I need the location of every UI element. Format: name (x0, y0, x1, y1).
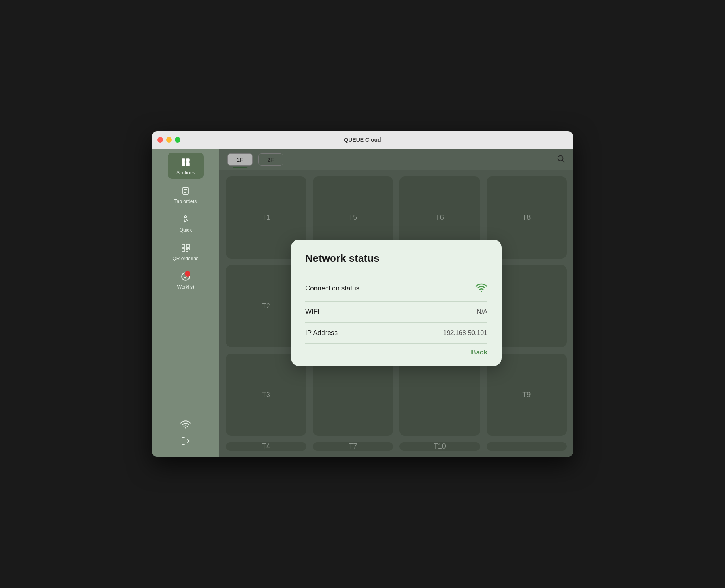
worklist-badge (185, 271, 190, 277)
main-content: 1F 2F T1 T5 T6 T8 T2 T3 (219, 149, 573, 457)
logout-icon[interactable] (179, 435, 192, 447)
doc-icon (179, 184, 192, 197)
svg-rect-10 (186, 244, 189, 247)
quick-label: Quick (180, 227, 192, 233)
svg-rect-1 (186, 158, 190, 162)
worklist-label: Worklist (177, 284, 194, 290)
tab-orders-label: Tab orders (174, 199, 197, 204)
wifi-row: WIFI N/A (305, 302, 487, 323)
svg-rect-9 (182, 244, 185, 247)
sidebar-item-tab-orders[interactable]: Tab orders (168, 181, 204, 207)
traffic-lights (157, 137, 180, 143)
sidebar-item-quick[interactable]: Quick (168, 210, 204, 236)
ip-address-label: IP Address (305, 329, 338, 337)
qr-ordering-label: QR ordering (173, 256, 198, 261)
modal-footer: Back (305, 344, 487, 356)
back-button[interactable]: Back (471, 348, 487, 356)
svg-rect-0 (182, 158, 185, 162)
connection-status-row: Connection status (305, 276, 487, 302)
window-title: QUEUE Cloud (344, 137, 381, 143)
sections-label: Sections (176, 170, 195, 176)
ip-address-value: 192.168.50.101 (443, 329, 487, 337)
app-body: Sections Tab orders (152, 149, 573, 457)
svg-rect-2 (182, 162, 185, 166)
sidebar-item-qr-ordering[interactable]: QR ordering (168, 238, 204, 265)
maximize-button[interactable] (175, 137, 180, 143)
wifi-status-icon[interactable] (179, 418, 192, 431)
close-button[interactable] (157, 137, 163, 143)
titlebar: QUEUE Cloud (152, 131, 573, 149)
svg-rect-11 (182, 249, 185, 251)
grid-icon (179, 156, 192, 168)
wifi-value: N/A (477, 308, 487, 315)
svg-rect-4 (183, 187, 188, 194)
ip-address-row: IP Address 192.168.50.101 (305, 323, 487, 344)
sidebar-item-sections[interactable]: Sections (168, 153, 204, 179)
svg-rect-3 (186, 162, 190, 166)
modal-overlay: Network status Connection status (219, 149, 573, 457)
svg-point-17 (481, 291, 482, 292)
network-status-modal: Network status Connection status (291, 240, 502, 366)
qr-icon (179, 242, 192, 254)
sidebar: Sections Tab orders (152, 149, 219, 457)
sidebar-item-worklist[interactable]: Worklist (168, 267, 204, 293)
connection-status-label: Connection status (305, 284, 359, 292)
svg-point-13 (185, 427, 186, 429)
worklist-icon-wrapper (179, 270, 192, 283)
person-run-icon (179, 213, 192, 226)
connection-wifi-icon (475, 282, 487, 295)
modal-title: Network status (305, 252, 487, 265)
mac-window: QUEUE Cloud Sections (152, 131, 573, 457)
minimize-button[interactable] (166, 137, 172, 143)
sidebar-bottom (179, 418, 192, 453)
wifi-label: WIFI (305, 308, 320, 316)
